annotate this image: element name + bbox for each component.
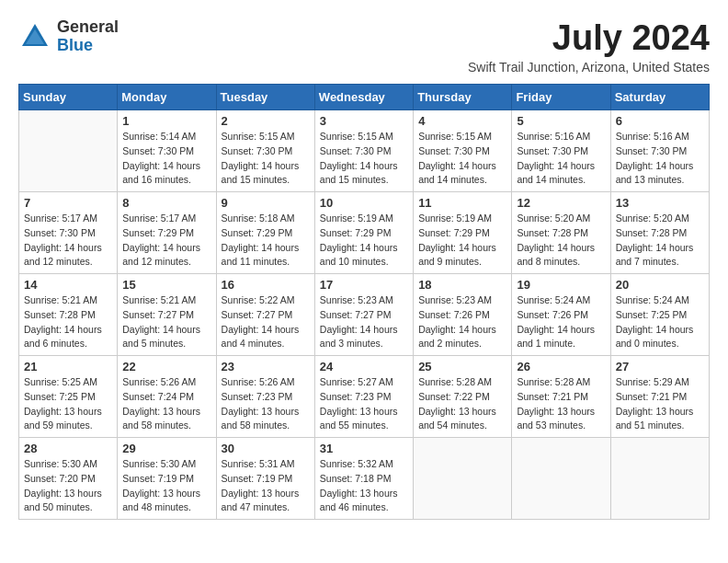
- day-info: Sunrise: 5:14 AM Sunset: 7:30 PM Dayligh…: [122, 130, 210, 188]
- calendar-cell: 27Sunrise: 5:29 AM Sunset: 7:21 PM Dayli…: [610, 356, 709, 438]
- day-info: Sunrise: 5:15 AM Sunset: 7:30 PM Dayligh…: [222, 130, 310, 188]
- weekday-header-monday: Monday: [118, 85, 216, 110]
- day-number: 5: [517, 114, 605, 128]
- logo-general: General: [57, 17, 119, 36]
- day-info: Sunrise: 5:19 AM Sunset: 7:29 PM Dayligh…: [320, 212, 408, 270]
- day-number: 29: [122, 442, 210, 455]
- logo-icon: [18, 20, 51, 53]
- calendar-cell: 25Sunrise: 5:28 AM Sunset: 7:22 PM Dayli…: [414, 356, 512, 438]
- weekday-header-tuesday: Tuesday: [216, 85, 314, 110]
- day-number: 12: [517, 196, 605, 210]
- day-info: Sunrise: 5:19 AM Sunset: 7:29 PM Dayligh…: [418, 212, 506, 270]
- day-number: 10: [320, 196, 408, 210]
- day-number: 9: [222, 196, 310, 210]
- logo-blue: Blue: [57, 36, 93, 54]
- day-info: Sunrise: 5:30 AM Sunset: 7:19 PM Dayligh…: [122, 457, 210, 515]
- calendar-cell: 24Sunrise: 5:27 AM Sunset: 7:23 PM Dayli…: [314, 356, 413, 438]
- calendar-cell: 26Sunrise: 5:28 AM Sunset: 7:21 PM Dayli…: [512, 356, 610, 438]
- day-number: 21: [24, 360, 112, 373]
- page-header: General Blue July 2024 Swift Trail Junct…: [18, 18, 710, 75]
- calendar-cell: 3Sunrise: 5:15 AM Sunset: 7:30 PM Daylig…: [314, 110, 413, 192]
- calendar-cell: 31Sunrise: 5:32 AM Sunset: 7:18 PM Dayli…: [314, 438, 413, 520]
- day-info: Sunrise: 5:30 AM Sunset: 7:20 PM Dayligh…: [24, 457, 112, 515]
- day-info: Sunrise: 5:20 AM Sunset: 7:28 PM Dayligh…: [517, 212, 605, 270]
- day-info: Sunrise: 5:18 AM Sunset: 7:29 PM Dayligh…: [222, 212, 310, 270]
- calendar-cell: 8Sunrise: 5:17 AM Sunset: 7:29 PM Daylig…: [118, 192, 216, 274]
- day-number: 25: [418, 360, 506, 373]
- calendar-cell: [19, 110, 118, 192]
- calendar-cell: 20Sunrise: 5:24 AM Sunset: 7:25 PM Dayli…: [610, 274, 709, 356]
- calendar-cell: [414, 438, 512, 520]
- calendar-cell: 12Sunrise: 5:20 AM Sunset: 7:28 PM Dayli…: [512, 192, 610, 274]
- weekday-header-saturday: Saturday: [610, 85, 709, 110]
- day-number: 11: [418, 196, 506, 210]
- day-number: 16: [222, 278, 310, 292]
- day-info: Sunrise: 5:25 AM Sunset: 7:25 PM Dayligh…: [24, 375, 112, 433]
- day-number: 13: [616, 196, 704, 210]
- calendar-cell: 5Sunrise: 5:16 AM Sunset: 7:30 PM Daylig…: [512, 110, 610, 192]
- day-info: Sunrise: 5:16 AM Sunset: 7:30 PM Dayligh…: [517, 130, 605, 188]
- calendar-week-row: 14Sunrise: 5:21 AM Sunset: 7:28 PM Dayli…: [19, 274, 710, 356]
- calendar-cell: 14Sunrise: 5:21 AM Sunset: 7:28 PM Dayli…: [19, 274, 118, 356]
- day-number: 3: [320, 114, 408, 128]
- day-info: Sunrise: 5:26 AM Sunset: 7:23 PM Dayligh…: [222, 375, 310, 433]
- day-number: 24: [320, 360, 408, 373]
- calendar-week-row: 28Sunrise: 5:30 AM Sunset: 7:20 PM Dayli…: [19, 438, 710, 520]
- month-title: July 2024: [468, 18, 710, 58]
- calendar-cell: 2Sunrise: 5:15 AM Sunset: 7:30 PM Daylig…: [216, 110, 314, 192]
- day-info: Sunrise: 5:28 AM Sunset: 7:21 PM Dayligh…: [517, 375, 605, 433]
- calendar-cell: 21Sunrise: 5:25 AM Sunset: 7:25 PM Dayli…: [19, 356, 118, 438]
- weekday-header-row: SundayMondayTuesdayWednesdayThursdayFrid…: [19, 85, 710, 110]
- day-number: 4: [418, 114, 506, 128]
- day-info: Sunrise: 5:24 AM Sunset: 7:26 PM Dayligh…: [517, 293, 605, 351]
- day-number: 28: [24, 442, 112, 455]
- calendar-cell: 16Sunrise: 5:22 AM Sunset: 7:27 PM Dayli…: [216, 274, 314, 356]
- calendar-cell: 10Sunrise: 5:19 AM Sunset: 7:29 PM Dayli…: [314, 192, 413, 274]
- day-number: 19: [517, 278, 605, 292]
- title-area: July 2024 Swift Trail Junction, Arizona,…: [468, 18, 710, 75]
- calendar-week-row: 1Sunrise: 5:14 AM Sunset: 7:30 PM Daylig…: [19, 110, 710, 192]
- day-info: Sunrise: 5:15 AM Sunset: 7:30 PM Dayligh…: [320, 130, 408, 188]
- calendar-cell: 17Sunrise: 5:23 AM Sunset: 7:27 PM Dayli…: [314, 274, 413, 356]
- calendar-cell: 30Sunrise: 5:31 AM Sunset: 7:19 PM Dayli…: [216, 438, 314, 520]
- calendar-cell: 18Sunrise: 5:23 AM Sunset: 7:26 PM Dayli…: [414, 274, 512, 356]
- day-info: Sunrise: 5:17 AM Sunset: 7:29 PM Dayligh…: [122, 212, 210, 270]
- calendar-cell: 7Sunrise: 5:17 AM Sunset: 7:30 PM Daylig…: [19, 192, 118, 274]
- day-info: Sunrise: 5:28 AM Sunset: 7:22 PM Dayligh…: [418, 375, 506, 433]
- day-info: Sunrise: 5:32 AM Sunset: 7:18 PM Dayligh…: [320, 457, 408, 515]
- calendar-week-row: 7Sunrise: 5:17 AM Sunset: 7:30 PM Daylig…: [19, 192, 710, 274]
- calendar-cell: 4Sunrise: 5:15 AM Sunset: 7:30 PM Daylig…: [414, 110, 512, 192]
- day-info: Sunrise: 5:29 AM Sunset: 7:21 PM Dayligh…: [616, 375, 704, 433]
- day-info: Sunrise: 5:24 AM Sunset: 7:25 PM Dayligh…: [616, 293, 704, 351]
- calendar-cell: 19Sunrise: 5:24 AM Sunset: 7:26 PM Dayli…: [512, 274, 610, 356]
- day-info: Sunrise: 5:16 AM Sunset: 7:30 PM Dayligh…: [616, 130, 704, 188]
- calendar-cell: 6Sunrise: 5:16 AM Sunset: 7:30 PM Daylig…: [610, 110, 709, 192]
- calendar-cell: 29Sunrise: 5:30 AM Sunset: 7:19 PM Dayli…: [118, 438, 216, 520]
- weekday-header-wednesday: Wednesday: [314, 85, 413, 110]
- day-info: Sunrise: 5:22 AM Sunset: 7:27 PM Dayligh…: [222, 293, 310, 351]
- calendar: SundayMondayTuesdayWednesdayThursdayFrid…: [18, 84, 710, 520]
- day-number: 30: [222, 442, 310, 455]
- day-number: 6: [616, 114, 704, 128]
- weekday-header-thursday: Thursday: [414, 85, 512, 110]
- day-info: Sunrise: 5:15 AM Sunset: 7:30 PM Dayligh…: [418, 130, 506, 188]
- day-number: 7: [24, 196, 112, 210]
- calendar-week-row: 21Sunrise: 5:25 AM Sunset: 7:25 PM Dayli…: [19, 356, 710, 438]
- day-number: 8: [122, 196, 210, 210]
- calendar-cell: 13Sunrise: 5:20 AM Sunset: 7:28 PM Dayli…: [610, 192, 709, 274]
- day-info: Sunrise: 5:27 AM Sunset: 7:23 PM Dayligh…: [320, 375, 408, 433]
- day-number: 15: [122, 278, 210, 292]
- day-info: Sunrise: 5:21 AM Sunset: 7:27 PM Dayligh…: [122, 293, 210, 351]
- day-info: Sunrise: 5:23 AM Sunset: 7:27 PM Dayligh…: [320, 293, 408, 351]
- calendar-cell: 1Sunrise: 5:14 AM Sunset: 7:30 PM Daylig…: [118, 110, 216, 192]
- day-number: 23: [222, 360, 310, 373]
- logo-text: General Blue: [57, 18, 119, 55]
- day-number: 17: [320, 278, 408, 292]
- day-number: 22: [122, 360, 210, 373]
- location: Swift Trail Junction, Arizona, United St…: [468, 60, 710, 75]
- weekday-header-friday: Friday: [512, 85, 610, 110]
- day-info: Sunrise: 5:20 AM Sunset: 7:28 PM Dayligh…: [616, 212, 704, 270]
- day-info: Sunrise: 5:23 AM Sunset: 7:26 PM Dayligh…: [418, 293, 506, 351]
- day-number: 31: [320, 442, 408, 455]
- calendar-cell: [512, 438, 610, 520]
